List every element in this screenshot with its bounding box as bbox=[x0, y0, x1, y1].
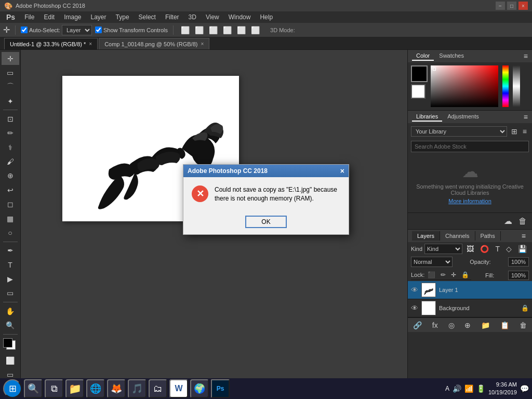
dialog-title-bar[interactable]: Adobe Photoshop CC 2018 × bbox=[183, 165, 349, 177]
dialog-error-icon: ✕ bbox=[192, 185, 208, 202]
dialog-overlay: Adobe Photoshop CC 2018 × ✕ Could not sa… bbox=[0, 0, 532, 399]
dialog-ok-button[interactable]: OK bbox=[245, 216, 287, 228]
dialog-message: Could not save a copy as "E:\1.jpg" beca… bbox=[215, 185, 340, 203]
dialog-box: Adobe Photoshop CC 2018 × ✕ Could not sa… bbox=[183, 164, 349, 235]
dialog-footer: OK bbox=[183, 211, 349, 234]
dialog-close-icon[interactable]: × bbox=[340, 167, 344, 175]
dialog-body: ✕ Could not save a copy as "E:\1.jpg" be… bbox=[183, 177, 349, 211]
dialog-title: Adobe Photoshop CC 2018 bbox=[188, 167, 268, 175]
